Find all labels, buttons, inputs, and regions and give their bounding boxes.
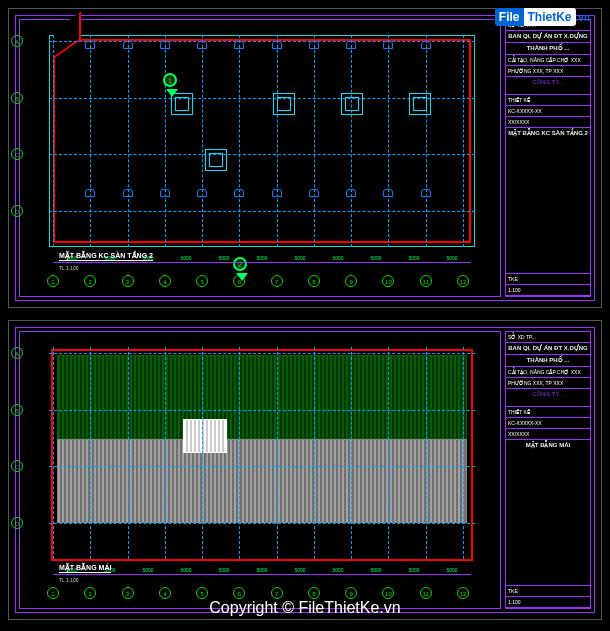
dim-value: 5000 (319, 255, 357, 263)
grid-bubble: A (11, 35, 23, 47)
grid-line (49, 41, 475, 42)
watermark-file: File (495, 8, 524, 26)
title-block: SỞ XD TP... BAN QL DỰ ÁN ĐT X.DỰNG THÀNH… (505, 331, 591, 609)
grid-line (49, 523, 475, 524)
beam-fixture (383, 41, 393, 49)
beam-fixture (272, 41, 282, 49)
tb-project: BAN QL DỰ ÁN ĐT X.DỰNG (506, 31, 590, 43)
beam-fixture (123, 41, 133, 49)
grid-bubble: D (11, 205, 23, 217)
dim-value: 5000 (205, 255, 243, 263)
watermark-logo: FileThietKe.vn (489, 8, 596, 26)
column (205, 149, 227, 171)
tb-scale: 1:100 (506, 285, 590, 296)
grid-bubble: B (11, 92, 23, 104)
grid-bubble: 11 (420, 275, 432, 287)
tb-date: XX/XXXX (506, 429, 590, 440)
plan-title: MẶT BẰNG MÁI (59, 564, 111, 573)
grid-bubble: 3 (122, 275, 134, 287)
beam-fixture (383, 189, 393, 197)
tb-drawn: THIẾT KẾ (506, 95, 590, 106)
grid-line (49, 466, 475, 467)
beam-fixture (197, 189, 207, 197)
grid-bubble: 3 (122, 587, 134, 599)
grid-line (463, 35, 464, 247)
beam-fixture (160, 189, 170, 197)
grid-bubble: 4 (159, 275, 171, 287)
grid-bubble: 5 (196, 275, 208, 287)
tb-sub: CẢI TẠO, NÂNG CẤP CHỢ XXX (506, 55, 590, 66)
grid-line (388, 347, 389, 559)
grid-line (239, 347, 240, 559)
grid-line (53, 35, 54, 247)
grid-line (314, 347, 315, 559)
beam-fixture (160, 41, 170, 49)
dim-value: 5000 (357, 255, 395, 263)
beam-fixture (421, 189, 431, 197)
beam-fixture (346, 41, 356, 49)
dim-value: 5000 (243, 567, 281, 575)
drawing-sheet-2: 123456789101112 ABCD 5000500050005000500… (8, 320, 602, 620)
grid-line (202, 347, 203, 559)
tb-sub: CẢI TẠO, NÂNG CẤP CHỢ XXX (506, 367, 590, 378)
grid-bubble: 1 (47, 275, 59, 287)
grid-line (49, 154, 475, 155)
dim-value: 5000 (167, 255, 205, 263)
grid-bubble: 5 (196, 587, 208, 599)
plan-title: MẶT BẰNG KC SÀN TẦNG 2 (59, 252, 153, 261)
grid-line (426, 35, 427, 247)
tb-project2: THÀNH PHỐ ... (506, 43, 590, 55)
grid-line (90, 347, 91, 559)
tb-checked: KC-XXXXX-XX (506, 418, 590, 429)
tb-sheet-title: MẶT BẰNG KC SÀN TẦNG 2 (506, 128, 590, 274)
grid-bubble: B (11, 404, 23, 416)
grid-line (202, 35, 203, 247)
grid-bubble: 12 (457, 587, 469, 599)
grid-line (314, 35, 315, 247)
tb-dwgno: TKE (506, 274, 590, 285)
roof-panel-upper (57, 355, 467, 439)
beam-fixture (234, 189, 244, 197)
grid-line (463, 347, 464, 559)
grid-bubble: 1 (47, 587, 59, 599)
grid-line (53, 347, 54, 559)
grid-line (128, 347, 129, 559)
grid-line (351, 35, 352, 247)
grid-bubble: D (11, 517, 23, 529)
tb-project: BAN QL DỰ ÁN ĐT X.DỰNG (506, 343, 590, 355)
floor-plan-area: 123456789101112 ABCD 1 2 500050005000500… (33, 29, 491, 267)
grid-line (426, 347, 427, 559)
drawing-sheet-1: 123456789101112 ABCD 1 2 500050005000500… (8, 8, 602, 308)
beam-fixture (85, 189, 95, 197)
column (409, 93, 431, 115)
grid-line (90, 35, 91, 247)
column (273, 93, 295, 115)
grid-bubble: A (11, 347, 23, 359)
grid-bubble: 8 (308, 587, 320, 599)
section-mark-1: 1 (163, 73, 177, 87)
beam-fixture (309, 41, 319, 49)
tb-company-logo: CÔNG TY... (506, 77, 590, 95)
tb-date: XX/XXXX (506, 117, 590, 128)
grid-line (49, 410, 475, 411)
grid-line (277, 347, 278, 559)
beam-fixture (272, 189, 282, 197)
dim-value: 5000 (167, 567, 205, 575)
title-block: SỞ XD TP... BAN QL DỰ ÁN ĐT X.DỰNG THÀNH… (505, 19, 591, 297)
roof-plan-area: 123456789101112 ABCD 5000500050005000500… (33, 341, 491, 579)
grid-bubble: 7 (271, 587, 283, 599)
grid-line (165, 347, 166, 559)
dim-value: 5000 (433, 567, 471, 575)
dim-value: 5000 (395, 255, 433, 263)
dim-value: 5000 (319, 567, 357, 575)
beam-fixture (234, 41, 244, 49)
beam-fixture (123, 189, 133, 197)
building-outline-primary (53, 39, 471, 243)
roof-panel-lower (57, 439, 467, 523)
dim-value: 5000 (281, 567, 319, 575)
plan-scale: TL 1:100 (59, 577, 79, 583)
tb-sheet-title: MẶT BẰNG MÁI (506, 440, 590, 586)
grid-line (351, 347, 352, 559)
tb-scale: 1:100 (506, 597, 590, 608)
tb-sub2: PHƯỜNG XXX, TP XXX (506, 378, 590, 389)
